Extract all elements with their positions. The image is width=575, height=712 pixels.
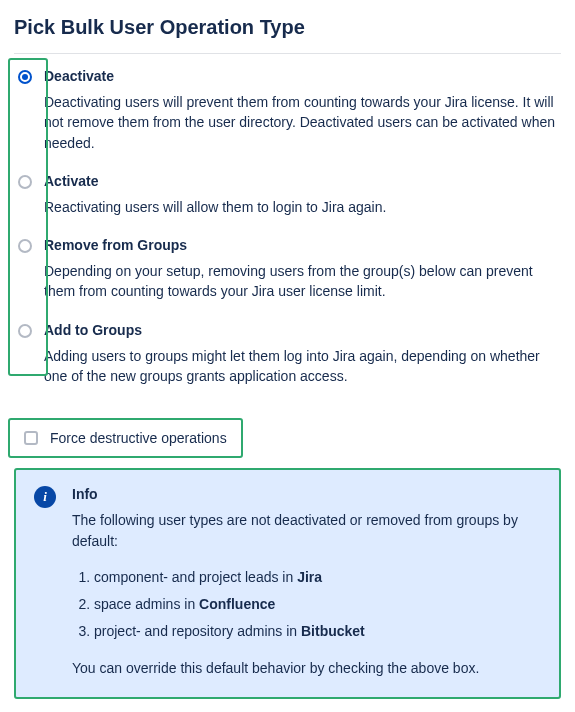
info-list: component- and project leads in Jira spa… — [72, 564, 541, 644]
option-label[interactable]: Remove from Groups — [44, 237, 187, 253]
info-icon: i — [34, 486, 56, 508]
option-desc: Deactivating users will prevent them fro… — [44, 92, 561, 153]
info-body: Info The following user types are not de… — [72, 486, 541, 679]
option-desc: Adding users to groups might let them lo… — [44, 346, 561, 387]
page-title: Pick Bulk User Operation Type — [14, 16, 561, 39]
info-intro: The following user types are not deactiv… — [72, 510, 541, 552]
option-label[interactable]: Activate — [44, 173, 98, 189]
option-activate[interactable]: Activate — [14, 167, 561, 191]
option-remove-from-groups[interactable]: Remove from Groups — [14, 231, 561, 255]
force-destructive-wrap[interactable]: Force destructive operations — [8, 418, 243, 458]
force-destructive-checkbox[interactable] — [24, 431, 38, 445]
info-title: Info — [72, 486, 541, 502]
info-list-item: project- and repository admins in Bitbuc… — [94, 618, 541, 645]
option-label[interactable]: Add to Groups — [44, 322, 142, 338]
divider — [14, 53, 561, 54]
radio-activate[interactable] — [18, 175, 32, 189]
radio-add-to-groups[interactable] — [18, 324, 32, 338]
info-panel: i Info The following user types are not … — [14, 468, 561, 699]
option-desc: Reactivating users will allow them to lo… — [44, 197, 561, 217]
option-add-to-groups[interactable]: Add to Groups — [14, 316, 561, 340]
radio-remove-from-groups[interactable] — [18, 239, 32, 253]
option-deactivate[interactable]: Deactivate — [14, 62, 561, 86]
option-label[interactable]: Deactivate — [44, 68, 114, 84]
radio-deactivate[interactable] — [18, 70, 32, 84]
info-list-item: component- and project leads in Jira — [94, 564, 541, 591]
force-destructive-label[interactable]: Force destructive operations — [50, 430, 227, 446]
operation-options: Deactivate Deactivating users will preve… — [14, 62, 561, 386]
option-desc: Depending on your setup, removing users … — [44, 261, 561, 302]
info-list-item: space admins in Confluence — [94, 591, 541, 618]
info-outro: You can override this default behavior b… — [72, 658, 541, 679]
